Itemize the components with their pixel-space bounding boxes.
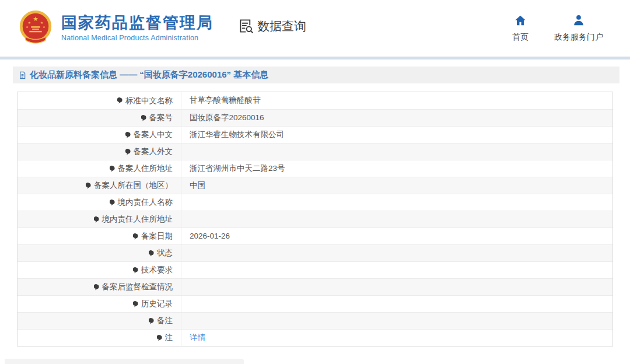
row-value: 2026-01-26: [190, 232, 230, 240]
page-title: 化妆品新原料备案信息 —— “国妆原备字20260016” 基本信息: [30, 69, 268, 80]
data-query-label: 数据查询: [257, 18, 306, 34]
svg-text:★: ★: [26, 26, 29, 29]
pin-icon: [157, 335, 163, 341]
header-divider: [0, 57, 630, 60]
page-title-bar: 化妆品新原料备案信息 —— “国妆原备字20260016” 基本信息: [13, 66, 620, 83]
filing-info-table: 标准中文名称 甘草亭酸葡糖醛酸苷 备案号 国妆原备字20260016 备: [17, 92, 613, 346]
table-row: 注 详情: [18, 329, 612, 346]
footer-strip: [5, 359, 244, 364]
table-row: 备案后监督检查情况: [18, 278, 612, 295]
pin-icon: [125, 132, 132, 138]
nav-home-label: 首页: [512, 32, 528, 43]
site-header: ★ ★ ★ ★ ★ 国家药品监督管理局 National Medical Pro…: [0, 0, 630, 57]
header-nav: 首页 政务服务门户: [512, 14, 603, 43]
svg-text:★: ★: [40, 21, 43, 24]
row-value: 浙江省湖州市中天二路23号: [190, 164, 285, 173]
document-icon: [19, 71, 26, 79]
table-row: 备案日期 2026-01-26: [18, 228, 612, 244]
brand-title-cn: 国家药品监督管理局: [61, 15, 214, 32]
brand-title-en: National Medical Products Administration: [61, 34, 214, 42]
nav-portal[interactable]: 政务服务门户: [554, 14, 603, 43]
data-query-section[interactable]: 数据查询: [238, 18, 306, 34]
pin-icon: [133, 267, 139, 274]
pin-icon: [110, 200, 116, 206]
row-value: 甘草亭酸葡糖醛酸苷: [190, 96, 261, 104]
pin-icon: [149, 250, 155, 257]
svg-text:★: ★: [28, 21, 31, 24]
table-row: 状态: [18, 244, 612, 261]
table-row: 备案人所在国（地区） 中国: [18, 177, 612, 194]
row-label: 备案人所在国（地区）: [94, 177, 173, 194]
pin-icon: [133, 301, 139, 307]
pin-icon: [86, 183, 92, 189]
home-icon: [514, 14, 527, 27]
row-label: 境内责任人住所地址: [102, 211, 173, 228]
row-label: 境内责任人名称: [118, 194, 173, 211]
row-label: 状态: [157, 245, 173, 261]
pin-icon: [133, 233, 139, 240]
table-row: 备注: [18, 312, 612, 329]
table-row: 备案人外文: [18, 143, 612, 160]
row-label: 备案人住所地址: [118, 160, 173, 177]
row-label: 备案号: [149, 110, 173, 126]
table-row: 备案号 国妆原备字20260016: [18, 109, 612, 126]
pin-icon: [94, 284, 100, 290]
china-national-emblem-icon: ★ ★ ★ ★ ★: [18, 9, 54, 48]
pin-icon: [125, 149, 132, 155]
row-label: 备注: [157, 313, 173, 329]
row-value: 中国: [190, 181, 205, 190]
row-label: 备案日期: [141, 228, 173, 244]
pin-icon: [110, 166, 116, 172]
detail-link[interactable]: 详情: [190, 333, 205, 342]
brand-logo[interactable]: ★ ★ ★ ★ ★ 国家药品监督管理局 National Medical Pro…: [18, 9, 214, 48]
nav-home[interactable]: 首页: [512, 14, 528, 43]
pin-icon: [117, 97, 124, 104]
pin-icon: [94, 216, 100, 223]
table-row: 技术要求: [18, 261, 612, 278]
document-search-icon: [238, 18, 254, 34]
svg-text:★: ★: [33, 15, 38, 22]
row-label: 备案后监督检查情况: [102, 279, 173, 295]
row-value: 国妆原备字20260016: [190, 113, 264, 122]
table-row: 备案人中文 浙江华睿生物技术有限公司: [18, 126, 612, 143]
row-label: 标准中文名称: [125, 93, 173, 109]
row-label: 技术要求: [141, 262, 173, 278]
row-label: 备案人中文: [134, 127, 173, 143]
row-label: 备案人外文: [134, 144, 173, 160]
row-label: 注: [165, 330, 173, 346]
row-label: 历史记录: [141, 296, 173, 312]
nav-portal-label: 政务服务门户: [554, 32, 603, 43]
pin-icon: [141, 115, 148, 121]
svg-text:★: ★: [43, 26, 46, 29]
user-icon: [572, 14, 585, 27]
row-value: 浙江华睿生物技术有限公司: [190, 130, 284, 139]
table-row: 标准中文名称 甘草亭酸葡糖醛酸苷: [18, 92, 612, 109]
table-row: 境内责任人名称: [18, 194, 612, 211]
table-row: 历史记录: [18, 295, 612, 312]
table-row: 境内责任人住所地址: [18, 211, 612, 228]
pin-icon: [149, 318, 155, 324]
table-row: 备案人住所地址 浙江省湖州市中天二路23号: [18, 160, 612, 177]
